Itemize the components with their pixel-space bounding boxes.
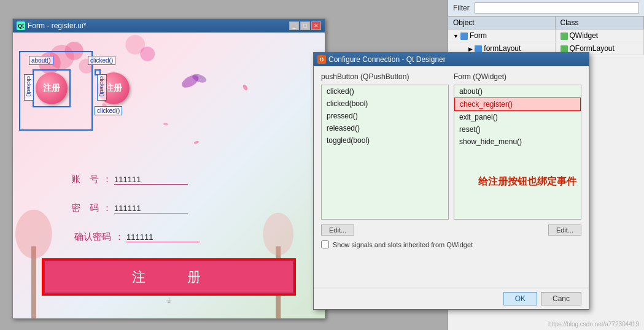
confirm-password-field-row: 确认密码 ：: [44, 231, 306, 243]
confirm-password-label: 确认密码: [44, 231, 111, 243]
circle-btn-1-wrapper: 注册: [33, 69, 71, 107]
clicked-signal-label: clicked(): [88, 56, 115, 65]
slot-item[interactable]: show_hide_menu(): [454, 136, 581, 148]
about-signal-label: about(): [29, 56, 53, 65]
ground-symbol: ⏚: [166, 295, 171, 305]
property-header: Filter: [448, 0, 644, 17]
property-object-cell: ▼Form: [448, 29, 555, 42]
filter-label: Filter: [453, 4, 470, 12]
svg-point-4: [125, 35, 145, 55]
dialog-headers: pushButton (QPushButton) Form (QWidget): [321, 72, 581, 81]
svg-point-14: [242, 84, 248, 91]
slot-item[interactable]: exit_panel(): [454, 111, 581, 123]
maximize-button[interactable]: □: [300, 21, 310, 30]
form-window: Qt Form - register.ui* _ □ ✕: [12, 18, 325, 319]
form-window-titlebar: Qt Form - register.ui* _ □ ✕: [13, 19, 325, 33]
confirm-password-colon: ：: [115, 231, 124, 243]
password-label: 密 码: [44, 202, 99, 214]
filter-input[interactable]: [475, 2, 639, 13]
svg-point-6: [180, 72, 201, 90]
register-circle-btn-1[interactable]: 注册: [36, 72, 68, 104]
confirm-password-input[interactable]: [126, 232, 200, 242]
property-class-cell: QWidget: [555, 29, 644, 42]
svg-rect-8: [31, 247, 36, 318]
dialog-bottom: Edit... Edit... Show signals and slots i…: [321, 224, 581, 248]
slot-item[interactable]: about(): [454, 85, 581, 98]
dialog-icon: D: [317, 55, 326, 64]
signal-panel[interactable]: clicked()clicked(bool)pressed()released(…: [321, 85, 449, 220]
password-input[interactable]: [114, 204, 188, 213]
svg-point-15: [163, 123, 169, 126]
col-object-header: Object: [448, 17, 555, 29]
register-button[interactable]: 注 册: [44, 260, 294, 294]
checkbox-row: Show signals and slots inherited from QW…: [321, 240, 581, 248]
svg-point-5: [140, 47, 155, 61]
qt-icon: Qt: [17, 21, 25, 30]
password-field-row: 密 码 ：: [44, 202, 306, 214]
form-content: about() clicked() clicked() clicked() 注册…: [13, 33, 325, 318]
svg-point-13: [193, 140, 199, 144]
signal-item[interactable]: clicked(): [322, 85, 448, 98]
slot-item[interactable]: check_register(): [454, 98, 581, 111]
ok-button[interactable]: OK: [503, 292, 537, 305]
signal-header: pushButton (QPushButton): [321, 72, 449, 81]
dialog-content: pushButton (QPushButton) Form (QWidget) …: [314, 66, 589, 255]
form-fields: 账 号 ： 密 码 ： 确认密码 ：: [44, 174, 306, 260]
vertical-clicked-label-1: clicked(): [24, 74, 34, 101]
form-window-title: Form - register.ui*: [28, 21, 86, 30]
watermark: https://blog.csdn.net/a772304419: [548, 321, 639, 328]
inherited-checkbox[interactable]: [321, 240, 329, 248]
col-class-header: Class: [555, 17, 644, 29]
form-window-controls: _ □ ✕: [289, 21, 321, 30]
signal-item[interactable]: toggled(bool): [322, 134, 448, 147]
svg-point-0: [50, 45, 74, 69]
property-table: Object Class ▼FormQWidget ▶formLayoutQFo…: [448, 17, 644, 55]
slot-panel[interactable]: about()check_register()exit_panel()reset…: [454, 85, 581, 220]
svg-point-1: [65, 42, 83, 60]
inherited-checkbox-label: Show signals and slots inherited from QW…: [333, 241, 473, 248]
edit-signal-button[interactable]: Edit...: [321, 224, 354, 236]
signal-item[interactable]: clicked(bool): [322, 98, 448, 110]
dialog-title: Configure Connection - Qt Designer: [328, 55, 446, 64]
account-input[interactable]: [114, 175, 188, 185]
dialog-panels: clicked()clicked(bool)pressed()released(…: [321, 85, 581, 220]
minimize-button[interactable]: _: [289, 21, 299, 30]
clicked-below-label: clicked(): [95, 106, 122, 115]
annotation-text: 给注册按钮也绑定事件: [478, 175, 576, 188]
account-field-row: 账 号 ：: [44, 174, 306, 185]
account-label: 账 号: [44, 174, 99, 185]
account-colon: ：: [103, 174, 112, 185]
slot-item[interactable]: reset(): [454, 123, 581, 136]
edit-slot-button[interactable]: Edit...: [548, 224, 581, 236]
cancel-button[interactable]: Canc: [541, 292, 581, 305]
password-colon: ：: [103, 202, 112, 214]
dialog-footer: OK Canc: [314, 288, 589, 309]
dialog-titlebar: D Configure Connection - Qt Designer: [314, 53, 589, 66]
svg-point-7: [192, 72, 208, 84]
signal-item[interactable]: released(): [322, 122, 448, 134]
vertical-clicked-label-2: clicked(): [97, 74, 107, 101]
slot-header: Form (QWidget): [454, 72, 581, 81]
signal-item[interactable]: pressed(): [322, 110, 448, 122]
close-button[interactable]: ✕: [311, 21, 321, 30]
configure-connection-dialog: D Configure Connection - Qt Designer pus…: [313, 52, 589, 310]
